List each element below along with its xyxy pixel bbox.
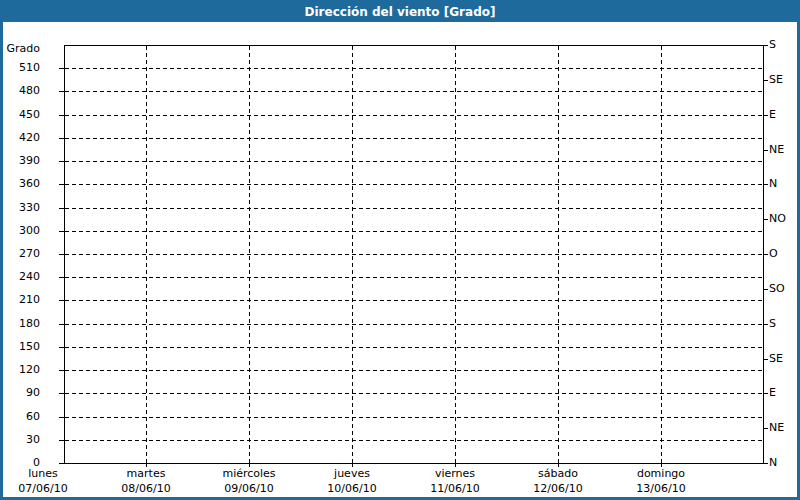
vertical-gridline: [558, 46, 559, 463]
chart-title: Dirección del viento [Grado]: [3, 3, 797, 22]
x-axis-date-label: 13/06/10: [609, 482, 713, 495]
horizontal-gridline: [65, 138, 763, 139]
x-axis-day-label: martes: [94, 467, 198, 480]
right-axis-tick: [763, 45, 768, 46]
horizontal-gridline: [65, 440, 763, 441]
right-axis-tick: [763, 463, 768, 464]
right-axis-tick: [763, 324, 768, 325]
y-axis-tick: [59, 393, 64, 394]
horizontal-gridline: [65, 393, 763, 394]
horizontal-gridline: [65, 347, 763, 348]
right-axis-tick: [763, 219, 768, 220]
right-axis-tick: [763, 184, 768, 185]
y-axis-tick-label: 240: [3, 271, 40, 283]
y-axis-tick: [59, 254, 64, 255]
y-axis-tick-label: 30: [3, 434, 40, 446]
right-axis-compass-label: NE: [769, 422, 800, 434]
y-axis-tick: [59, 138, 64, 139]
y-axis-tick-label: 300: [3, 225, 40, 237]
y-axis-tick-label: 210: [3, 294, 40, 306]
horizontal-gridline: [65, 115, 763, 116]
x-axis-date-label: 10/06/10: [300, 482, 404, 495]
right-axis-compass-label: S: [769, 39, 800, 51]
right-axis-tick: [763, 254, 768, 255]
x-axis-day-label: miércoles: [197, 467, 301, 480]
right-axis-compass-label: O: [769, 248, 800, 260]
y-axis-tick-label: 60: [3, 411, 40, 423]
horizontal-gridline: [65, 370, 763, 371]
horizontal-gridline: [65, 254, 763, 255]
horizontal-gridline: [65, 417, 763, 418]
horizontal-gridline: [65, 161, 763, 162]
x-axis-day-label: domingo: [609, 467, 713, 480]
horizontal-gridline: [65, 277, 763, 278]
x-axis-day-label: sábado: [506, 467, 610, 480]
y-axis-tick-label: 420: [3, 132, 40, 144]
x-axis-day-label: jueves: [300, 467, 404, 480]
vertical-gridline: [661, 46, 662, 463]
y-axis-tick-label: 480: [3, 85, 40, 97]
horizontal-gridline: [65, 324, 763, 325]
right-axis-compass-label: E: [769, 109, 800, 121]
horizontal-gridline: [65, 231, 763, 232]
horizontal-gridline: [65, 91, 763, 92]
y-axis-tick-label: 180: [3, 318, 40, 330]
right-axis-compass-label: NE: [769, 144, 800, 156]
y-axis-tick: [59, 91, 64, 92]
vertical-gridline: [455, 46, 456, 463]
right-axis-compass-label: S: [769, 318, 800, 330]
y-axis-tick-label: 390: [3, 155, 40, 167]
right-axis-compass-label: N: [769, 457, 800, 469]
horizontal-gridline: [65, 300, 763, 301]
y-axis-title: Grado: [3, 43, 40, 55]
right-axis-tick: [763, 150, 768, 151]
y-axis-tick-label: 150: [3, 341, 40, 353]
y-axis-tick: [59, 417, 64, 418]
right-axis-tick: [763, 115, 768, 116]
right-axis-compass-label: SO: [769, 283, 800, 295]
right-axis-tick: [763, 289, 768, 290]
right-axis-compass-label: SE: [769, 74, 800, 86]
x-axis-day-label: viernes: [403, 467, 507, 480]
plot-area: [64, 45, 764, 464]
chart-window: Dirección del viento [Grado] Grado 03060…: [0, 0, 800, 500]
vertical-gridline: [352, 46, 353, 463]
y-axis-tick: [59, 208, 64, 209]
y-axis-tick: [59, 440, 64, 441]
right-axis-tick: [763, 80, 768, 81]
right-axis-compass-label: N: [769, 178, 800, 190]
vertical-gridline: [249, 46, 250, 463]
horizontal-gridline: [65, 184, 763, 185]
horizontal-gridline: [65, 68, 763, 69]
x-axis-date-label: 12/06/10: [506, 482, 610, 495]
x-axis-date-label: 11/06/10: [403, 482, 507, 495]
y-axis-tick: [59, 300, 64, 301]
right-axis-tick: [763, 393, 768, 394]
y-axis-tick-label: 270: [3, 248, 40, 260]
right-axis-compass-label: E: [769, 387, 800, 399]
y-axis-tick: [59, 68, 64, 69]
y-axis-tick-label: 120: [3, 364, 40, 376]
horizontal-gridline: [65, 208, 763, 209]
y-axis-tick: [59, 324, 64, 325]
y-axis-tick: [59, 277, 64, 278]
y-axis-tick-label: 510: [3, 62, 40, 74]
right-axis-tick: [763, 359, 768, 360]
y-axis-tick-label: 330: [3, 202, 40, 214]
x-axis-date-label: 07/06/10: [0, 482, 95, 495]
y-axis-tick: [59, 161, 64, 162]
x-axis-date-label: 08/06/10: [94, 482, 198, 495]
y-axis-tick: [59, 231, 64, 232]
y-axis-tick-label: 360: [3, 178, 40, 190]
right-axis-compass-label: NO: [769, 213, 800, 225]
vertical-gridline: [146, 46, 147, 463]
right-axis-tick: [763, 428, 768, 429]
y-axis-tick: [59, 370, 64, 371]
y-axis-tick: [59, 347, 64, 348]
x-axis-day-label: lunes: [0, 467, 95, 480]
right-axis-compass-label: SE: [769, 353, 800, 365]
y-axis-tick-label: 90: [3, 387, 40, 399]
y-axis-tick: [59, 463, 64, 464]
y-axis-tick-label: 450: [3, 109, 40, 121]
y-axis-tick: [59, 184, 64, 185]
